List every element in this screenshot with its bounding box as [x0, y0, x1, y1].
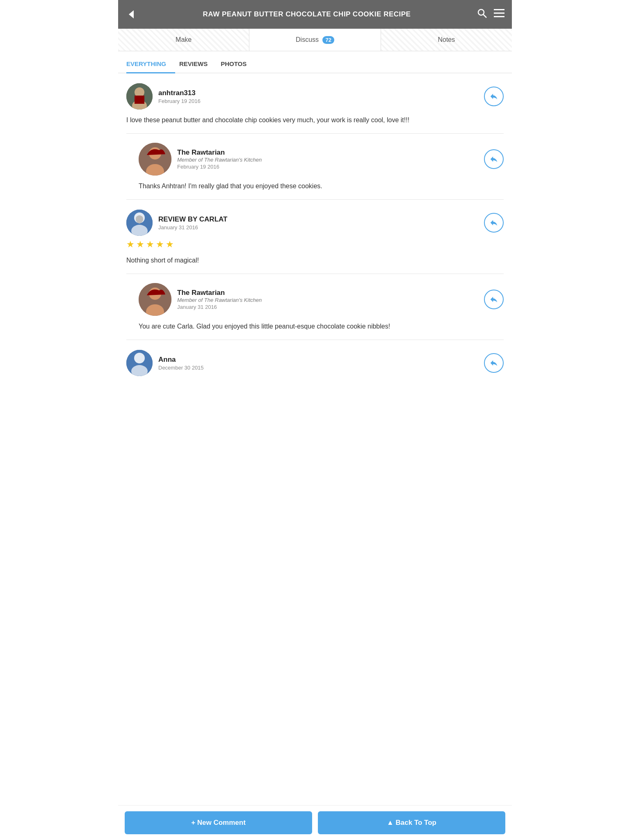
reply-button[interactable] [484, 87, 504, 106]
comment-username: Anna [158, 356, 204, 364]
tab-discuss[interactable]: Discuss 72 [249, 29, 381, 51]
svg-point-20 [134, 353, 145, 363]
tab-notes-label: Notes [438, 36, 455, 43]
star-5: ★ [166, 239, 174, 250]
avatar [126, 83, 153, 110]
svg-line-2 [484, 15, 487, 18]
sub-tab-bar: EVERYTHING REVIEWS PHOTOS [118, 55, 512, 73]
reply-block: The Rawtarian Member of The Rawtarian's … [126, 134, 504, 200]
star-2: ★ [136, 239, 144, 250]
svg-rect-5 [494, 16, 504, 17]
reply-button[interactable] [484, 213, 504, 233]
comment-date: January 31 2016 [177, 304, 262, 310]
svg-rect-9 [135, 96, 144, 104]
author-info: The Rawtarian Member of The Rawtarian's … [139, 143, 262, 176]
svg-rect-4 [494, 13, 504, 14]
reply-button[interactable] [484, 149, 504, 169]
comment-text: You are cute Carla. Glad you enjoyed thi… [139, 322, 504, 331]
back-button[interactable] [126, 9, 137, 20]
comment-header: The Rawtarian Member of The Rawtarian's … [139, 143, 504, 176]
comment-block: Anna December 30 2015 [126, 340, 504, 384]
comments-list: anhtran313 February 19 2016 I love these… [118, 73, 512, 384]
avatar [126, 210, 153, 236]
comment-username: REVIEW BY CARLAT [158, 215, 227, 224]
author-info: The Rawtarian Member of The Rawtarian's … [139, 283, 262, 316]
comment-header: The Rawtarian Member of The Rawtarian's … [139, 283, 504, 316]
search-icon[interactable] [477, 8, 487, 21]
comment-username: The Rawtarian [177, 148, 262, 157]
sub-tab-reviews[interactable]: REVIEWS [179, 55, 217, 73]
comment-subtitle: Member of The Rawtarian's Kitchen [177, 297, 262, 303]
svg-marker-0 [129, 10, 134, 18]
comment-username: The Rawtarian [177, 289, 262, 297]
comment-username: anhtran313 [158, 89, 201, 97]
star-rating: ★ ★ ★ ★ ★ [126, 239, 504, 250]
sub-tab-photos-label: PHOTOS [221, 60, 247, 67]
reply-button[interactable] [484, 290, 504, 309]
reply-button[interactable] [484, 353, 504, 373]
author-info: Anna December 30 2015 [126, 350, 204, 376]
comment-text: Thanks Anhtran! I'm really glad that you… [139, 181, 504, 191]
author-info: REVIEW BY CARLAT January 31 2016 [126, 210, 227, 236]
menu-icon[interactable] [494, 9, 504, 20]
comment-header: Anna December 30 2015 [126, 350, 504, 376]
avatar [126, 350, 153, 376]
star-1: ★ [126, 239, 135, 250]
comment-text: I love these peanut butter and chocolate… [126, 115, 504, 125]
tab-make-label: Make [176, 36, 192, 43]
star-4: ★ [156, 239, 164, 250]
comment-header: anhtran313 February 19 2016 [126, 83, 504, 110]
comment-subtitle: Member of The Rawtarian's Kitchen [177, 157, 262, 163]
comment-block: anhtran313 February 19 2016 I love these… [126, 73, 504, 134]
tab-notes[interactable]: Notes [381, 29, 512, 51]
app-header: RAW PEANUT BUTTER CHOCOLATE CHIP COOKIE … [118, 0, 512, 29]
comment-date: January 31 2016 [158, 224, 227, 231]
sub-tab-reviews-label: REVIEWS [179, 60, 208, 67]
comment-date: February 19 2016 [158, 98, 201, 104]
reply-block: The Rawtarian Member of The Rawtarian's … [126, 274, 504, 340]
svg-point-1 [478, 9, 484, 15]
tab-discuss-label: Discuss [296, 36, 319, 43]
star-3: ★ [146, 239, 154, 250]
avatar [139, 283, 171, 316]
comment-meta: anhtran313 February 19 2016 [158, 89, 201, 104]
author-info: anhtran313 February 19 2016 [126, 83, 201, 110]
discuss-badge: 72 [322, 36, 334, 44]
svg-rect-3 [494, 9, 504, 10]
comment-meta: The Rawtarian Member of The Rawtarian's … [177, 289, 262, 310]
comment-meta: REVIEW BY CARLAT January 31 2016 [158, 215, 227, 231]
comment-date: February 19 2016 [177, 164, 262, 170]
header-actions [477, 8, 504, 21]
comment-meta: Anna December 30 2015 [158, 356, 204, 371]
tab-bar: Make Discuss 72 Notes [118, 29, 512, 51]
comment-meta: The Rawtarian Member of The Rawtarian's … [177, 148, 262, 170]
comment-block: REVIEW BY CARLAT January 31 2016 ★ ★ ★ ★… [126, 200, 504, 274]
sub-tab-everything[interactable]: EVERYTHING [126, 55, 175, 73]
tab-make[interactable]: Make [118, 29, 249, 51]
sub-tab-photos[interactable]: PHOTOS [221, 55, 256, 73]
comment-header: REVIEW BY CARLAT January 31 2016 [126, 210, 504, 236]
comment-text: Nothing short of magical! [126, 256, 504, 265]
page-title: RAW PEANUT BUTTER CHOCOLATE CHIP COOKIE … [137, 10, 477, 18]
avatar [139, 143, 171, 176]
sub-tab-everything-label: EVERYTHING [126, 60, 166, 67]
comment-date: December 30 2015 [158, 365, 204, 371]
